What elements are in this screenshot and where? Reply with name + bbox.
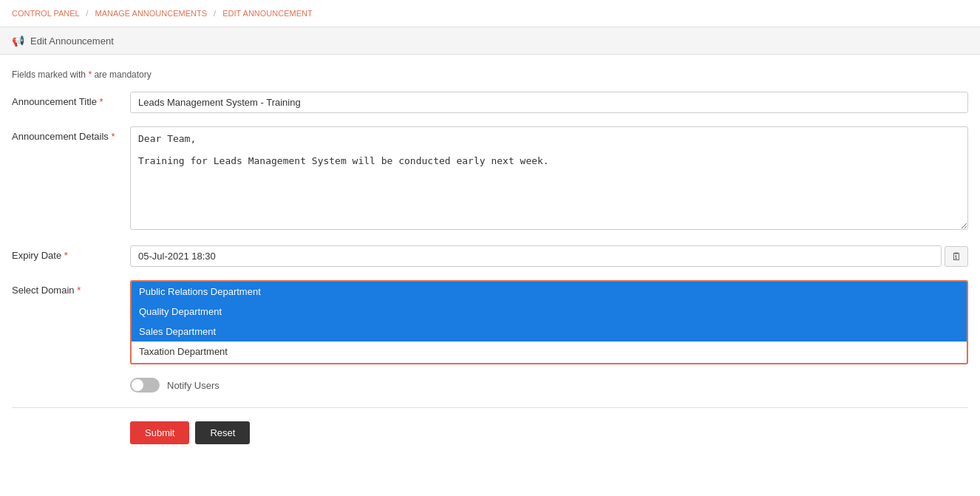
- announcement-title-label: Announcement Title *: [12, 92, 130, 107]
- breadcrumb-item-2[interactable]: MANAGE ANNOUNCEMENTS: [95, 9, 207, 18]
- breadcrumb-item-1[interactable]: CONTROL PANEL: [12, 9, 79, 18]
- expiry-date-wrap: 🗓: [130, 245, 968, 267]
- breadcrumb-item-3: EDIT ANNOUNCEMENT: [222, 9, 312, 18]
- notify-toggle-wrap: [130, 378, 160, 393]
- announcement-title-wrap: [130, 92, 968, 113]
- select-domain-wrap: Public Relations Department Quality Depa…: [130, 280, 968, 364]
- breadcrumb-sep-2: /: [214, 9, 216, 18]
- reset-button[interactable]: Reset: [195, 421, 250, 444]
- expiry-date-row: Expiry Date * 🗓: [12, 245, 968, 267]
- form-container: Fields marked with * are mandatory Annou…: [0, 55, 980, 459]
- select-domain-label: Select Domain *: [12, 280, 130, 296]
- expiry-date-input[interactable]: [130, 245, 942, 267]
- domain-item-sales[interactable]: Sales Department: [132, 322, 967, 342]
- domain-item-quality[interactable]: Quality Department: [132, 302, 967, 322]
- domain-scroll[interactable]: Public Relations Department Quality Depa…: [132, 282, 967, 363]
- page-header: 📢 Edit Announcement: [0, 27, 980, 55]
- domain-item-public-relations[interactable]: Public Relations Department: [132, 282, 967, 302]
- breadcrumb-sep-1: /: [86, 9, 88, 18]
- page-title: Edit Announcement: [30, 35, 114, 47]
- announcement-details-wrap: Dear Team, Training for Leads Management…: [130, 126, 968, 232]
- form-divider: [12, 407, 968, 408]
- expiry-date-label: Expiry Date *: [12, 245, 130, 261]
- announcement-details-row: Announcement Details * Dear Team, Traini…: [12, 126, 968, 232]
- announcement-title-row: Announcement Title *: [12, 92, 968, 113]
- submit-button[interactable]: Submit: [130, 421, 189, 444]
- breadcrumb: CONTROL PANEL / MANAGE ANNOUNCEMENTS / E…: [0, 0, 980, 27]
- date-input-wrap: 🗓: [130, 245, 968, 267]
- domain-list[interactable]: Public Relations Department Quality Depa…: [130, 280, 968, 364]
- announcement-details-textarea[interactable]: Dear Team, Training for Leads Management…: [130, 126, 968, 230]
- select-domain-row: Select Domain * Public Relations Departm…: [12, 280, 968, 364]
- announcement-title-input[interactable]: [130, 92, 968, 113]
- button-row: Submit Reset: [12, 421, 968, 444]
- calendar-button[interactable]: 🗓: [945, 246, 968, 267]
- domain-item-taxation[interactable]: Taxation Department: [132, 342, 967, 361]
- mandatory-note: Fields marked with * are mandatory: [12, 69, 968, 80]
- megaphone-icon: 📢: [12, 35, 24, 47]
- announcement-details-label: Announcement Details *: [12, 126, 130, 142]
- notify-toggle[interactable]: [130, 378, 160, 393]
- notify-users-label: Notify Users: [167, 380, 220, 391]
- notify-users-row: Notify Users: [130, 378, 968, 393]
